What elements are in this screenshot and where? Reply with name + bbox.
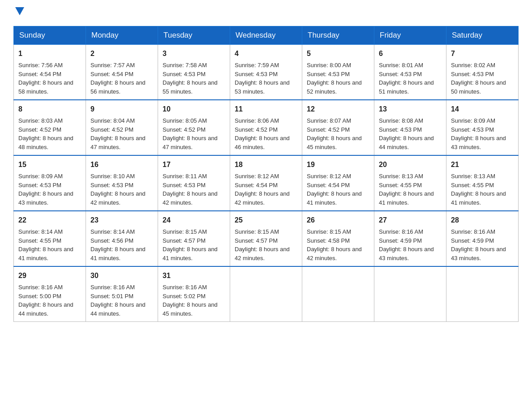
day-number: 14 [451, 104, 514, 115]
day-number: 26 [307, 215, 369, 226]
day-number: 7 [451, 48, 514, 59]
calendar-header-wednesday: Wednesday [230, 26, 302, 45]
calendar-header-tuesday: Tuesday [158, 26, 230, 45]
calendar-cell: 16 Sunrise: 8:10 AMSunset: 4:53 PMDaylig… [86, 155, 158, 211]
day-info: Sunrise: 8:01 AMSunset: 4:53 PMDaylight:… [379, 62, 434, 95]
day-number: 3 [163, 48, 225, 59]
day-number: 22 [18, 215, 81, 226]
calendar-header-monday: Monday [86, 26, 158, 45]
day-info: Sunrise: 8:03 AMSunset: 4:52 PMDaylight:… [18, 117, 73, 150]
calendar-cell: 6 Sunrise: 8:01 AMSunset: 4:53 PMDayligh… [374, 45, 446, 100]
calendar-cell [374, 266, 446, 322]
day-info: Sunrise: 8:13 AMSunset: 4:55 PMDaylight:… [451, 173, 506, 206]
calendar-cell: 19 Sunrise: 8:12 AMSunset: 4:54 PMDaylig… [302, 155, 374, 211]
calendar-header-saturday: Saturday [446, 26, 519, 45]
calendar-week-row: 22 Sunrise: 8:14 AMSunset: 4:55 PMDaylig… [14, 211, 519, 266]
calendar-header-friday: Friday [374, 26, 446, 45]
calendar-cell: 9 Sunrise: 8:04 AMSunset: 4:52 PMDayligh… [86, 100, 158, 155]
day-info: Sunrise: 8:14 AMSunset: 4:56 PMDaylight:… [90, 228, 146, 261]
day-number: 25 [235, 215, 297, 226]
calendar-cell: 30 Sunrise: 8:16 AMSunset: 5:01 PMDaylig… [86, 266, 158, 322]
calendar-cell: 5 Sunrise: 8:00 AMSunset: 4:53 PMDayligh… [302, 45, 374, 100]
day-number: 2 [90, 48, 153, 59]
calendar-cell: 28 Sunrise: 8:16 AMSunset: 4:59 PMDaylig… [446, 211, 519, 266]
calendar-cell [230, 266, 302, 322]
day-info: Sunrise: 8:16 AMSunset: 5:02 PMDaylight:… [163, 284, 218, 317]
day-info: Sunrise: 8:05 AMSunset: 4:52 PMDaylight:… [163, 117, 218, 150]
calendar-cell: 14 Sunrise: 8:09 AMSunset: 4:53 PMDaylig… [446, 100, 519, 155]
day-number: 21 [451, 159, 514, 170]
logo-triangle-icon [15, 7, 24, 15]
day-info: Sunrise: 8:08 AMSunset: 4:53 PMDaylight:… [379, 117, 434, 150]
day-info: Sunrise: 8:16 AMSunset: 4:59 PMDaylight:… [379, 228, 434, 261]
day-info: Sunrise: 8:15 AMSunset: 4:57 PMDaylight:… [235, 228, 290, 261]
calendar-cell [446, 266, 519, 322]
calendar-cell [302, 266, 374, 322]
day-number: 17 [163, 159, 225, 170]
day-number: 10 [163, 104, 225, 115]
day-number: 1 [18, 48, 81, 59]
day-number: 20 [379, 159, 442, 170]
calendar-cell: 18 Sunrise: 8:12 AMSunset: 4:54 PMDaylig… [230, 155, 302, 211]
day-info: Sunrise: 8:06 AMSunset: 4:52 PMDaylight:… [235, 117, 290, 150]
day-number: 24 [163, 215, 225, 226]
day-number: 23 [90, 215, 153, 226]
day-number: 9 [90, 104, 153, 115]
calendar-cell: 29 Sunrise: 8:16 AMSunset: 5:00 PMDaylig… [14, 266, 86, 322]
calendar-cell: 17 Sunrise: 8:11 AMSunset: 4:53 PMDaylig… [158, 155, 230, 211]
day-info: Sunrise: 7:56 AMSunset: 4:54 PMDaylight:… [18, 62, 73, 95]
calendar-cell: 15 Sunrise: 8:09 AMSunset: 4:53 PMDaylig… [14, 155, 86, 211]
day-info: Sunrise: 8:16 AMSunset: 5:01 PMDaylight:… [90, 284, 146, 317]
calendar-header-row: SundayMondayTuesdayWednesdayThursdayFrid… [14, 26, 519, 45]
calendar-cell: 27 Sunrise: 8:16 AMSunset: 4:59 PMDaylig… [374, 211, 446, 266]
calendar-cell: 25 Sunrise: 8:15 AMSunset: 4:57 PMDaylig… [230, 211, 302, 266]
logo [13, 9, 24, 17]
day-info: Sunrise: 8:15 AMSunset: 4:58 PMDaylight:… [307, 228, 362, 261]
day-number: 18 [235, 159, 297, 170]
calendar-table: SundayMondayTuesdayWednesdayThursdayFrid… [13, 26, 519, 322]
calendar-cell: 8 Sunrise: 8:03 AMSunset: 4:52 PMDayligh… [14, 100, 86, 155]
calendar-cell: 7 Sunrise: 8:02 AMSunset: 4:53 PMDayligh… [446, 45, 519, 100]
calendar-cell: 26 Sunrise: 8:15 AMSunset: 4:58 PMDaylig… [302, 211, 374, 266]
day-info: Sunrise: 8:12 AMSunset: 4:54 PMDaylight:… [235, 173, 290, 206]
calendar-cell: 12 Sunrise: 8:07 AMSunset: 4:52 PMDaylig… [302, 100, 374, 155]
calendar-week-row: 15 Sunrise: 8:09 AMSunset: 4:53 PMDaylig… [14, 155, 519, 211]
day-info: Sunrise: 8:15 AMSunset: 4:57 PMDaylight:… [163, 228, 218, 261]
day-info: Sunrise: 8:11 AMSunset: 4:53 PMDaylight:… [163, 173, 218, 206]
day-info: Sunrise: 8:00 AMSunset: 4:53 PMDaylight:… [307, 62, 362, 95]
day-info: Sunrise: 8:16 AMSunset: 5:00 PMDaylight:… [18, 284, 73, 317]
day-info: Sunrise: 8:09 AMSunset: 4:53 PMDaylight:… [18, 173, 73, 206]
day-info: Sunrise: 8:04 AMSunset: 4:52 PMDaylight:… [90, 117, 146, 150]
day-info: Sunrise: 8:09 AMSunset: 4:53 PMDaylight:… [451, 117, 506, 150]
page-header [13, 9, 519, 17]
day-number: 4 [235, 48, 297, 59]
calendar-cell: 3 Sunrise: 7:58 AMSunset: 4:53 PMDayligh… [158, 45, 230, 100]
day-number: 8 [18, 104, 81, 115]
calendar-cell: 13 Sunrise: 8:08 AMSunset: 4:53 PMDaylig… [374, 100, 446, 155]
day-number: 12 [307, 104, 369, 115]
calendar-cell: 10 Sunrise: 8:05 AMSunset: 4:52 PMDaylig… [158, 100, 230, 155]
calendar-week-row: 1 Sunrise: 7:56 AMSunset: 4:54 PMDayligh… [14, 45, 519, 100]
day-number: 31 [163, 270, 225, 281]
day-info: Sunrise: 7:59 AMSunset: 4:53 PMDaylight:… [235, 62, 290, 95]
day-info: Sunrise: 8:12 AMSunset: 4:54 PMDaylight:… [307, 173, 362, 206]
calendar-cell: 11 Sunrise: 8:06 AMSunset: 4:52 PMDaylig… [230, 100, 302, 155]
calendar-cell: 22 Sunrise: 8:14 AMSunset: 4:55 PMDaylig… [14, 211, 86, 266]
calendar-cell: 21 Sunrise: 8:13 AMSunset: 4:55 PMDaylig… [446, 155, 519, 211]
day-number: 11 [235, 104, 297, 115]
calendar-cell: 23 Sunrise: 8:14 AMSunset: 4:56 PMDaylig… [86, 211, 158, 266]
day-number: 16 [90, 159, 153, 170]
calendar-header-thursday: Thursday [302, 26, 374, 45]
day-info: Sunrise: 8:13 AMSunset: 4:55 PMDaylight:… [379, 173, 434, 206]
day-number: 15 [18, 159, 81, 170]
day-info: Sunrise: 8:02 AMSunset: 4:53 PMDaylight:… [451, 62, 506, 95]
calendar-week-row: 8 Sunrise: 8:03 AMSunset: 4:52 PMDayligh… [14, 100, 519, 155]
day-info: Sunrise: 7:57 AMSunset: 4:54 PMDaylight:… [90, 62, 146, 95]
calendar-cell: 4 Sunrise: 7:59 AMSunset: 4:53 PMDayligh… [230, 45, 302, 100]
calendar-cell: 20 Sunrise: 8:13 AMSunset: 4:55 PMDaylig… [374, 155, 446, 211]
calendar-cell: 31 Sunrise: 8:16 AMSunset: 5:02 PMDaylig… [158, 266, 230, 322]
day-info: Sunrise: 8:10 AMSunset: 4:53 PMDaylight:… [90, 173, 146, 206]
day-info: Sunrise: 8:14 AMSunset: 4:55 PMDaylight:… [18, 228, 73, 261]
day-number: 27 [379, 215, 442, 226]
day-number: 6 [379, 48, 442, 59]
